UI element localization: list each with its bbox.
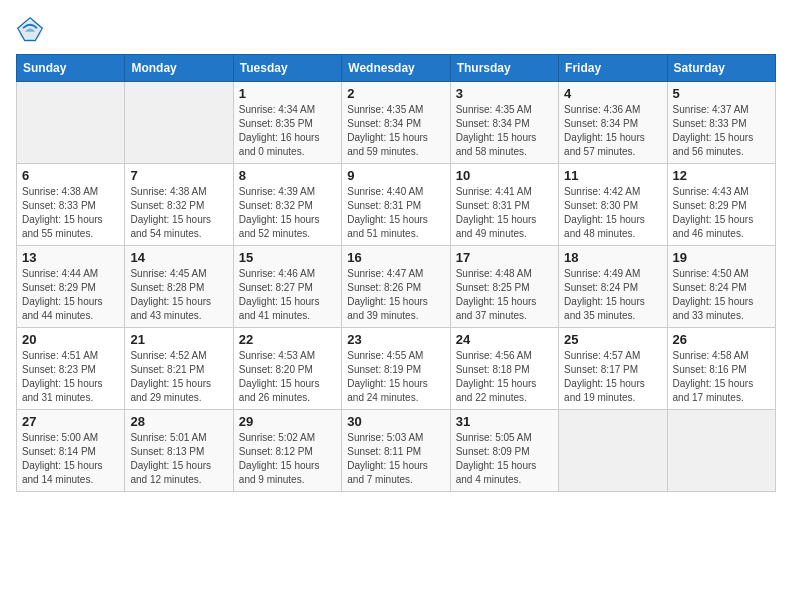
day-info: Sunrise: 4:50 AM Sunset: 8:24 PM Dayligh… — [673, 267, 770, 323]
day-number: 6 — [22, 168, 119, 183]
header-sunday: Sunday — [17, 55, 125, 82]
day-cell: 8Sunrise: 4:39 AM Sunset: 8:32 PM Daylig… — [233, 164, 341, 246]
day-number: 13 — [22, 250, 119, 265]
day-info: Sunrise: 4:49 AM Sunset: 8:24 PM Dayligh… — [564, 267, 661, 323]
day-info: Sunrise: 4:37 AM Sunset: 8:33 PM Dayligh… — [673, 103, 770, 159]
day-number: 22 — [239, 332, 336, 347]
day-cell: 29Sunrise: 5:02 AM Sunset: 8:12 PM Dayli… — [233, 410, 341, 492]
day-info: Sunrise: 4:41 AM Sunset: 8:31 PM Dayligh… — [456, 185, 553, 241]
day-cell: 23Sunrise: 4:55 AM Sunset: 8:19 PM Dayli… — [342, 328, 450, 410]
calendar-table: SundayMondayTuesdayWednesdayThursdayFrid… — [16, 54, 776, 492]
day-number: 3 — [456, 86, 553, 101]
day-cell: 26Sunrise: 4:58 AM Sunset: 8:16 PM Dayli… — [667, 328, 775, 410]
day-cell: 31Sunrise: 5:05 AM Sunset: 8:09 PM Dayli… — [450, 410, 558, 492]
day-cell: 7Sunrise: 4:38 AM Sunset: 8:32 PM Daylig… — [125, 164, 233, 246]
day-number: 2 — [347, 86, 444, 101]
day-cell — [125, 82, 233, 164]
day-info: Sunrise: 4:43 AM Sunset: 8:29 PM Dayligh… — [673, 185, 770, 241]
day-number: 8 — [239, 168, 336, 183]
day-cell — [559, 410, 667, 492]
day-info: Sunrise: 4:55 AM Sunset: 8:19 PM Dayligh… — [347, 349, 444, 405]
day-number: 21 — [130, 332, 227, 347]
day-number: 26 — [673, 332, 770, 347]
day-info: Sunrise: 4:52 AM Sunset: 8:21 PM Dayligh… — [130, 349, 227, 405]
day-info: Sunrise: 4:56 AM Sunset: 8:18 PM Dayligh… — [456, 349, 553, 405]
day-number: 27 — [22, 414, 119, 429]
day-cell: 25Sunrise: 4:57 AM Sunset: 8:17 PM Dayli… — [559, 328, 667, 410]
day-info: Sunrise: 4:34 AM Sunset: 8:35 PM Dayligh… — [239, 103, 336, 159]
header-row: SundayMondayTuesdayWednesdayThursdayFrid… — [17, 55, 776, 82]
day-info: Sunrise: 5:02 AM Sunset: 8:12 PM Dayligh… — [239, 431, 336, 487]
day-cell — [667, 410, 775, 492]
day-number: 15 — [239, 250, 336, 265]
day-number: 5 — [673, 86, 770, 101]
day-cell: 3Sunrise: 4:35 AM Sunset: 8:34 PM Daylig… — [450, 82, 558, 164]
week-row-4: 20Sunrise: 4:51 AM Sunset: 8:23 PM Dayli… — [17, 328, 776, 410]
day-info: Sunrise: 4:39 AM Sunset: 8:32 PM Dayligh… — [239, 185, 336, 241]
day-number: 18 — [564, 250, 661, 265]
day-info: Sunrise: 5:03 AM Sunset: 8:11 PM Dayligh… — [347, 431, 444, 487]
day-info: Sunrise: 4:58 AM Sunset: 8:16 PM Dayligh… — [673, 349, 770, 405]
header-thursday: Thursday — [450, 55, 558, 82]
day-cell — [17, 82, 125, 164]
day-cell: 27Sunrise: 5:00 AM Sunset: 8:14 PM Dayli… — [17, 410, 125, 492]
week-row-2: 6Sunrise: 4:38 AM Sunset: 8:33 PM Daylig… — [17, 164, 776, 246]
logo — [16, 16, 48, 44]
header-tuesday: Tuesday — [233, 55, 341, 82]
day-info: Sunrise: 4:35 AM Sunset: 8:34 PM Dayligh… — [456, 103, 553, 159]
day-number: 23 — [347, 332, 444, 347]
day-number: 1 — [239, 86, 336, 101]
day-number: 14 — [130, 250, 227, 265]
day-number: 25 — [564, 332, 661, 347]
week-row-1: 1Sunrise: 4:34 AM Sunset: 8:35 PM Daylig… — [17, 82, 776, 164]
day-cell: 18Sunrise: 4:49 AM Sunset: 8:24 PM Dayli… — [559, 246, 667, 328]
day-number: 19 — [673, 250, 770, 265]
day-info: Sunrise: 4:38 AM Sunset: 8:33 PM Dayligh… — [22, 185, 119, 241]
day-number: 10 — [456, 168, 553, 183]
day-cell: 24Sunrise: 4:56 AM Sunset: 8:18 PM Dayli… — [450, 328, 558, 410]
day-info: Sunrise: 4:53 AM Sunset: 8:20 PM Dayligh… — [239, 349, 336, 405]
day-info: Sunrise: 4:42 AM Sunset: 8:30 PM Dayligh… — [564, 185, 661, 241]
day-cell: 15Sunrise: 4:46 AM Sunset: 8:27 PM Dayli… — [233, 246, 341, 328]
day-number: 4 — [564, 86, 661, 101]
day-number: 12 — [673, 168, 770, 183]
day-cell: 4Sunrise: 4:36 AM Sunset: 8:34 PM Daylig… — [559, 82, 667, 164]
day-cell: 12Sunrise: 4:43 AM Sunset: 8:29 PM Dayli… — [667, 164, 775, 246]
day-cell: 5Sunrise: 4:37 AM Sunset: 8:33 PM Daylig… — [667, 82, 775, 164]
week-row-3: 13Sunrise: 4:44 AM Sunset: 8:29 PM Dayli… — [17, 246, 776, 328]
day-cell: 6Sunrise: 4:38 AM Sunset: 8:33 PM Daylig… — [17, 164, 125, 246]
day-info: Sunrise: 4:51 AM Sunset: 8:23 PM Dayligh… — [22, 349, 119, 405]
day-info: Sunrise: 4:40 AM Sunset: 8:31 PM Dayligh… — [347, 185, 444, 241]
day-cell: 1Sunrise: 4:34 AM Sunset: 8:35 PM Daylig… — [233, 82, 341, 164]
day-info: Sunrise: 5:01 AM Sunset: 8:13 PM Dayligh… — [130, 431, 227, 487]
day-number: 30 — [347, 414, 444, 429]
day-cell: 2Sunrise: 4:35 AM Sunset: 8:34 PM Daylig… — [342, 82, 450, 164]
week-row-5: 27Sunrise: 5:00 AM Sunset: 8:14 PM Dayli… — [17, 410, 776, 492]
day-number: 20 — [22, 332, 119, 347]
day-info: Sunrise: 4:46 AM Sunset: 8:27 PM Dayligh… — [239, 267, 336, 323]
day-number: 17 — [456, 250, 553, 265]
day-info: Sunrise: 4:44 AM Sunset: 8:29 PM Dayligh… — [22, 267, 119, 323]
header-friday: Friday — [559, 55, 667, 82]
header-monday: Monday — [125, 55, 233, 82]
day-info: Sunrise: 4:57 AM Sunset: 8:17 PM Dayligh… — [564, 349, 661, 405]
header-saturday: Saturday — [667, 55, 775, 82]
day-number: 28 — [130, 414, 227, 429]
day-cell: 17Sunrise: 4:48 AM Sunset: 8:25 PM Dayli… — [450, 246, 558, 328]
day-info: Sunrise: 4:47 AM Sunset: 8:26 PM Dayligh… — [347, 267, 444, 323]
day-cell: 30Sunrise: 5:03 AM Sunset: 8:11 PM Dayli… — [342, 410, 450, 492]
day-info: Sunrise: 5:05 AM Sunset: 8:09 PM Dayligh… — [456, 431, 553, 487]
day-info: Sunrise: 4:48 AM Sunset: 8:25 PM Dayligh… — [456, 267, 553, 323]
day-number: 7 — [130, 168, 227, 183]
day-cell: 21Sunrise: 4:52 AM Sunset: 8:21 PM Dayli… — [125, 328, 233, 410]
day-number: 16 — [347, 250, 444, 265]
day-number: 24 — [456, 332, 553, 347]
day-cell: 14Sunrise: 4:45 AM Sunset: 8:28 PM Dayli… — [125, 246, 233, 328]
day-number: 29 — [239, 414, 336, 429]
day-cell: 9Sunrise: 4:40 AM Sunset: 8:31 PM Daylig… — [342, 164, 450, 246]
day-info: Sunrise: 4:45 AM Sunset: 8:28 PM Dayligh… — [130, 267, 227, 323]
day-number: 9 — [347, 168, 444, 183]
day-cell: 20Sunrise: 4:51 AM Sunset: 8:23 PM Dayli… — [17, 328, 125, 410]
day-info: Sunrise: 5:00 AM Sunset: 8:14 PM Dayligh… — [22, 431, 119, 487]
day-info: Sunrise: 4:38 AM Sunset: 8:32 PM Dayligh… — [130, 185, 227, 241]
